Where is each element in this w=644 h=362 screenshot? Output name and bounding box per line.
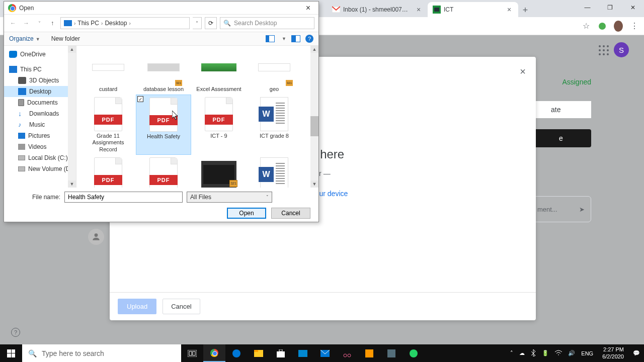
svg-rect-11 xyxy=(277,351,285,357)
crumb-pc[interactable]: This PC xyxy=(77,20,99,27)
comment-input[interactable]: ment... ➤ xyxy=(531,196,591,222)
tree-documents[interactable]: Documents xyxy=(4,97,76,108)
browser-tab-ict[interactable]: ICT × xyxy=(428,2,518,17)
file-item-geo[interactable]: 321 geo xyxy=(247,48,302,95)
scroll-down-icon[interactable]: ▼ xyxy=(310,180,318,188)
file-item[interactable]: 321 xyxy=(191,155,247,188)
tray-onedrive-icon[interactable]: ☁ xyxy=(519,350,525,356)
maximize-icon[interactable]: ❐ xyxy=(599,0,621,15)
tree-music[interactable]: ♪Music xyxy=(4,119,76,130)
cancel-button[interactable]: Cancel xyxy=(271,208,310,219)
taskbar-sublime[interactable] xyxy=(358,344,380,362)
new-folder-button[interactable]: New folder xyxy=(51,35,80,42)
file-item-ictg8[interactable]: W ICT grade 8 xyxy=(247,95,302,155)
checkbox-icon[interactable]: ✓ xyxy=(137,96,143,102)
filename-input[interactable] xyxy=(64,192,183,203)
view-icon[interactable] xyxy=(266,35,275,42)
scroll-thumb[interactable] xyxy=(310,116,318,136)
tree-thispc[interactable]: This PC xyxy=(4,64,76,75)
view-dropdown[interactable]: ▼ xyxy=(282,36,286,41)
taskbar-app[interactable] xyxy=(292,344,314,362)
help-icon[interactable]: ? xyxy=(305,35,313,43)
file-item[interactable]: PDF xyxy=(80,155,136,188)
tree-downloads[interactable]: ↓Downloads xyxy=(4,108,76,119)
dialog-body: OneDrive This PC 3D Objects Desktop Docu… xyxy=(4,46,318,188)
profile-avatar[interactable] xyxy=(614,22,623,31)
taskbar-search[interactable]: 🔍 Type here to search xyxy=(22,344,181,362)
recent-icon[interactable]: ˅ xyxy=(34,18,44,28)
help-icon[interactable]: ? xyxy=(11,328,20,337)
scroll-up-icon[interactable]: ▲ xyxy=(310,46,318,53)
taskbar-snip[interactable] xyxy=(336,344,358,362)
scrollbar[interactable]: ▲ ▼ xyxy=(310,46,318,188)
file-item-excel[interactable]: Excel Assessment xyxy=(191,48,247,95)
file-item-ict9[interactable]: PDF ICT - 9 xyxy=(191,95,247,155)
tray-lang[interactable]: ENG xyxy=(581,350,593,356)
file-pane: custard 321 database lesson Excel Assess… xyxy=(76,46,318,188)
file-thumb xyxy=(201,63,236,71)
cancel-button[interactable]: Cancel xyxy=(163,299,200,314)
taskbar-app2[interactable] xyxy=(380,344,403,362)
breadcrumb[interactable]: › This PC › Desktop › xyxy=(60,17,190,29)
taskbar-store[interactable] xyxy=(270,344,292,362)
preview-icon[interactable] xyxy=(291,35,300,42)
tray-bluetooth-icon[interactable] xyxy=(531,349,536,357)
extension-icon[interactable] xyxy=(598,22,607,31)
minimize-icon[interactable]: — xyxy=(576,0,599,15)
task-view-icon[interactable] xyxy=(181,344,203,362)
tree-videos[interactable]: Videos xyxy=(4,141,76,152)
taskbar-whatsapp[interactable] xyxy=(403,344,425,362)
browser-tab-gmail[interactable]: Inbox (1) - shmeel007@gmail... × xyxy=(327,2,428,17)
tray-wifi-icon[interactable] xyxy=(555,350,562,357)
search-input[interactable]: 🔍 Search Desktop xyxy=(220,17,314,29)
scroll-down-icon[interactable]: ▼ xyxy=(68,180,76,188)
file-item[interactable]: W xyxy=(247,155,302,188)
notifications-icon[interactable]: 💬 xyxy=(633,350,640,356)
tray-volume-icon[interactable]: 🔊 xyxy=(568,350,575,356)
back-icon[interactable]: ← xyxy=(8,18,18,28)
taskbar-explorer[interactable] xyxy=(248,344,270,362)
apps-grid-icon[interactable] xyxy=(599,45,609,55)
close-icon[interactable]: × xyxy=(520,66,526,77)
crumb-dropdown[interactable]: ˅ xyxy=(193,17,202,29)
star-icon[interactable]: ☆ xyxy=(582,22,591,31)
file-item-health-safety[interactable]: ✓ PDF Health Safety xyxy=(136,95,191,155)
menu-icon[interactable]: ⋮ xyxy=(630,22,639,31)
send-icon[interactable]: ➤ xyxy=(579,206,585,213)
tray-battery-icon[interactable]: 🔋 xyxy=(542,350,549,356)
file-item-custard[interactable]: custard xyxy=(80,48,136,95)
tray-chevron-icon[interactable]: ˄ xyxy=(510,350,513,356)
close-icon[interactable]: ✕ xyxy=(621,0,644,15)
mark-done-button[interactable]: e xyxy=(531,129,591,147)
tray-clock[interactable]: 2:27 PM 6/2/2020 xyxy=(599,346,627,359)
close-icon[interactable]: × xyxy=(415,6,423,14)
start-button[interactable] xyxy=(0,344,22,362)
taskbar-chrome[interactable] xyxy=(203,344,225,362)
new-tab-button[interactable]: + xyxy=(518,3,532,17)
tree-local-c[interactable]: Local Disk (C:) xyxy=(4,152,76,163)
crumb-desktop[interactable]: Desktop xyxy=(105,20,127,27)
open-button[interactable]: Open xyxy=(227,208,266,219)
svg-rect-18 xyxy=(387,349,395,357)
scrollbar[interactable]: ▲▼ xyxy=(68,46,76,188)
scroll-up-icon[interactable]: ▲ xyxy=(68,46,76,53)
upload-button[interactable]: Upload xyxy=(118,299,156,314)
file-item-dblesson[interactable]: 321 database lesson xyxy=(136,48,191,95)
tree-volume-d[interactable]: New Volume (D: xyxy=(4,163,76,174)
taskbar-edge[interactable] xyxy=(225,344,248,362)
file-type-filter[interactable]: All Files˅ xyxy=(187,192,272,203)
tree-pictures[interactable]: Pictures xyxy=(4,130,76,141)
taskbar-mail[interactable] xyxy=(314,344,336,362)
account-avatar[interactable]: S xyxy=(614,42,629,57)
file-item[interactable]: PDF xyxy=(136,155,191,188)
tree-onedrive[interactable]: OneDrive xyxy=(4,49,76,60)
close-icon[interactable]: × xyxy=(505,6,513,14)
tree-3d-objects[interactable]: 3D Objects xyxy=(4,75,76,86)
up-icon[interactable]: ↑ xyxy=(47,18,57,28)
tree-desktop[interactable]: Desktop xyxy=(4,86,76,97)
create-button[interactable]: ate xyxy=(531,101,591,118)
file-item-grade11[interactable]: PDF Grade 11 Assignments Record xyxy=(80,95,136,155)
close-icon[interactable]: × xyxy=(302,4,314,13)
refresh-icon[interactable]: ⟳ xyxy=(205,17,217,29)
organize-menu[interactable]: Organize▼ xyxy=(9,35,40,42)
